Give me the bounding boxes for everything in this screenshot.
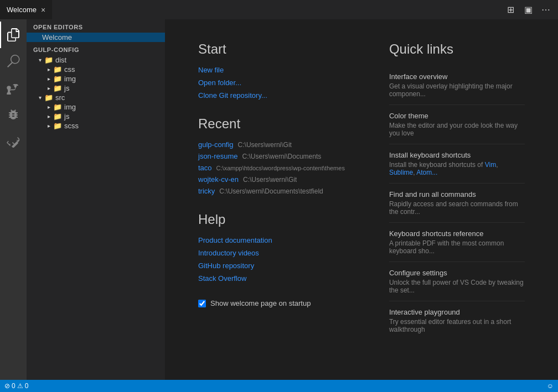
quick-link-find-commands[interactable]: Find and run all commands Rapidly access… (389, 184, 525, 223)
quick-link-title-3: Find and run all commands (389, 190, 525, 198)
img-dist-label: img (64, 75, 76, 83)
vim-link[interactable]: Vim (485, 161, 496, 169)
quick-link-configure-settings[interactable]: Configure settings Unlock the full power… (389, 262, 525, 301)
product-docs-link[interactable]: Product documentation (198, 236, 345, 244)
img-src-label: img (64, 103, 76, 111)
tree-img-folder-dist[interactable]: ▸ 📁 img (27, 74, 165, 83)
tree-scss-folder[interactable]: ▸ 📁 scss (27, 121, 165, 130)
sublime-link[interactable]: Sublime (389, 169, 413, 176)
img-dist-folder-icon: 📁 (53, 75, 62, 83)
tab-close-icon[interactable]: × (41, 6, 45, 14)
tree-img-folder-src[interactable]: ▸ 📁 img (27, 102, 165, 112)
help-heading: Help (198, 212, 345, 227)
scss-chevron: ▸ (44, 123, 53, 129)
warning-count: 0 (25, 382, 29, 390)
welcome-content: Start New file Open folder... Clone Git … (165, 19, 558, 380)
open-editor-welcome[interactable]: Welcome (27, 33, 165, 42)
new-file-link[interactable]: New file (198, 66, 345, 74)
tree-dist-folder[interactable]: ▾ 📁 dist (27, 55, 165, 65)
intro-videos-link[interactable]: Introductory videos (198, 249, 345, 257)
status-right: ☺ (547, 382, 554, 390)
open-folder-link[interactable]: Open folder... (198, 79, 345, 87)
status-left: ⊘ 0 ⚠ 0 (4, 382, 28, 390)
github-link[interactable]: GitHub repository (198, 262, 345, 270)
quick-link-title-2: Install keyboard shortcuts (389, 151, 525, 159)
quick-link-desc-3: Rapidly access and search commands from … (389, 200, 525, 216)
debug-activity-icon[interactable] (0, 101, 27, 128)
recent-item-0: gulp-config C:\Users\werni\Git (198, 140, 345, 149)
source-control-activity-icon[interactable] (0, 75, 27, 101)
welcome-left-column: Start New file Open folder... Clone Git … (198, 41, 345, 358)
dist-folder-icon: 📁 (44, 56, 53, 64)
css-chevron: ▸ (44, 66, 53, 72)
project-heading: GULP-CONFIG (27, 42, 165, 55)
clone-git-link[interactable]: Clone Git repository... (198, 91, 345, 100)
extensions-activity-icon[interactable] (0, 128, 27, 154)
quick-link-desc-2: Install the keyboard shortcuts of Vim, S… (389, 161, 525, 176)
startup-checkbox-label[interactable]: Show welcome page on startup (210, 299, 311, 307)
tree-src-folder[interactable]: ▾ 📁 src (27, 93, 165, 102)
quick-link-desc-0: Get a visual overlay highlighting the ma… (389, 82, 525, 98)
start-section: Start New file Open folder... Clone Git … (198, 41, 345, 100)
css-label: css (64, 65, 75, 74)
quick-link-shortcuts-reference[interactable]: Keyboard shortcuts reference A printable… (389, 223, 525, 262)
quick-link-desc-6: Try essential editor features out in a s… (389, 318, 525, 333)
stackoverflow-link[interactable]: Stack Overflow (198, 274, 345, 283)
dist-label: dist (55, 56, 66, 64)
src-folder-icon: 📁 (44, 93, 53, 102)
split-editor-icon[interactable]: ⊞ (503, 2, 518, 18)
tree-css-folder[interactable]: ▸ 📁 css (27, 65, 165, 74)
errors-status[interactable]: ⊘ 0 ⚠ 0 (4, 382, 28, 390)
atom-link[interactable]: Atom... (416, 169, 437, 176)
smiley-icon[interactable]: ☺ (547, 382, 554, 390)
start-heading: Start (198, 41, 345, 57)
recent-path-0: C:\Users\werni\Git (238, 141, 292, 149)
js-dist-label: js (64, 84, 69, 92)
tab-label: Welcome (7, 6, 37, 14)
recent-item-2: taco C:\xampp\htdocs\wordpress\wp-conten… (198, 164, 345, 172)
quick-link-desc-1: Make the editor and your code look the w… (389, 122, 525, 137)
img-src-folder-icon: 📁 (53, 103, 62, 111)
recent-heading: Recent (198, 116, 345, 132)
error-count: 0 (12, 382, 16, 390)
warning-icon: ⚠ (17, 382, 23, 390)
recent-path-1: C:\Users\werni\Documents (242, 153, 322, 160)
quick-link-keyboard-shortcuts[interactable]: Install keyboard shortcuts Install the k… (389, 144, 525, 184)
quick-link-title-5: Configure settings (389, 269, 525, 277)
js-src-folder-icon: 📁 (53, 112, 62, 121)
welcome-file-label: Welcome (42, 33, 72, 41)
quick-link-title-1: Color theme (389, 112, 525, 120)
quick-link-desc-4: A printable PDF with the most common key… (389, 239, 525, 255)
quick-link-interactive-playground[interactable]: Interactive playground Try essential edi… (389, 301, 525, 340)
recent-item-3: wojtek-cv-en C:\Users\werni\Git (198, 175, 345, 184)
recent-name-4[interactable]: tricky (198, 187, 215, 195)
error-icon: ⊘ (4, 382, 10, 390)
tree-js-folder-src[interactable]: ▸ 📁 js (27, 112, 165, 121)
recent-name-0[interactable]: gulp-config (198, 140, 234, 149)
quick-link-title-4: Keyboard shortcuts reference (389, 229, 525, 238)
recent-section: Recent gulp-config C:\Users\werni\Git js… (198, 116, 345, 195)
quick-link-color-theme[interactable]: Color theme Make the editor and your cod… (389, 105, 525, 144)
more-actions-icon[interactable]: ⋯ (538, 2, 554, 18)
search-activity-icon[interactable] (0, 48, 27, 75)
tree-js-folder-dist[interactable]: ▸ 📁 js (27, 83, 165, 93)
layout-icon[interactable]: ▣ (520, 2, 536, 18)
src-chevron: ▾ (35, 95, 44, 101)
js-src-chevron: ▸ (44, 113, 53, 119)
welcome-tab[interactable]: Welcome × (0, 0, 52, 19)
recent-path-4: C:\Users\werni\Documents\testfield (219, 187, 323, 195)
recent-name-2[interactable]: taco (198, 164, 212, 172)
recent-item-4: tricky C:\Users\werni\Documents\testfiel… (198, 187, 345, 195)
recent-name-3[interactable]: wojtek-cv-en (198, 175, 239, 184)
startup-checkbox-row: Show welcome page on startup (198, 299, 345, 307)
quick-link-interface-overview[interactable]: Interface overview Get a visual overlay … (389, 66, 525, 105)
scss-folder-icon: 📁 (53, 122, 62, 130)
startup-checkbox[interactable] (198, 300, 206, 307)
img-src-chevron: ▸ (44, 104, 53, 110)
files-activity-icon[interactable] (0, 22, 27, 48)
recent-name-1[interactable]: json-resume (198, 152, 238, 160)
css-folder-icon: 📁 (53, 65, 62, 74)
img-dist-chevron: ▸ (44, 76, 53, 82)
sidebar: OPEN EDITORS Welcome GULP-CONFIG ▾ 📁 dis… (27, 19, 165, 380)
js-dist-chevron: ▸ (44, 85, 53, 91)
